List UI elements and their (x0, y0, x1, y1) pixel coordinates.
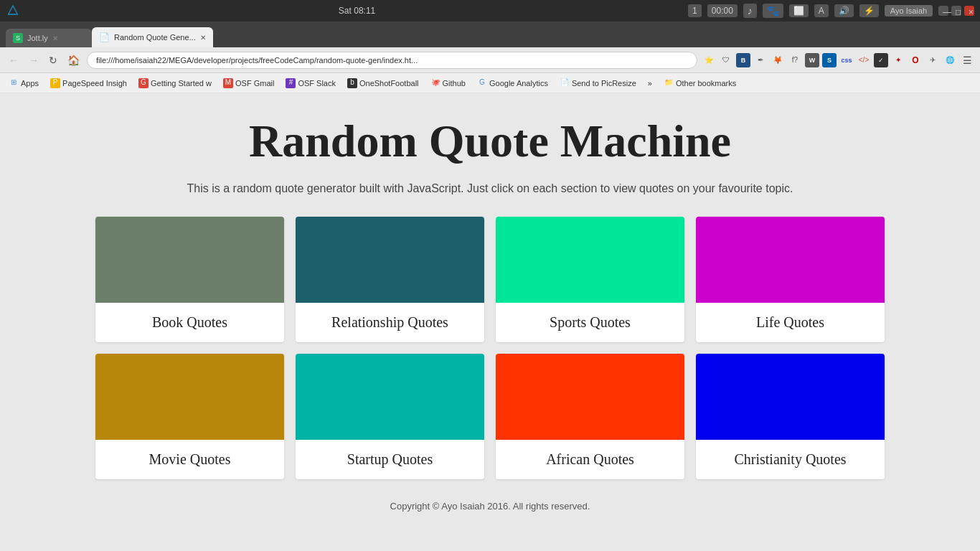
firefox-icon[interactable]: 🦊 (771, 53, 785, 67)
arch-logo-icon (6, 4, 20, 18)
card-startup-quotes-label: Startup Quotes (296, 440, 484, 479)
cards-grid: Book Quotes Relationship Quotes Sports Q… (95, 217, 885, 479)
bookmark-analytics[interactable]: G Google Analytics (474, 77, 551, 90)
quill-icon[interactable]: ✒ (753, 53, 768, 67)
bookmark-analytics-label: Google Analytics (489, 79, 548, 88)
url-bar[interactable]: file:///home/isaiah22/MEGA/developer/pro… (87, 52, 697, 69)
card-movie-quotes-label: Movie Quotes (95, 440, 284, 479)
tab-bar: S Jott.ly ✕ 📄 Random Quote Gene... ✕ (0, 22, 980, 47)
bookmark-icon[interactable]: ⭐ (702, 53, 716, 67)
new-tab-area (216, 30, 974, 44)
card-african-quotes[interactable]: African Quotes (496, 354, 684, 479)
forward-button[interactable]: → (26, 53, 42, 67)
card-relationship-quotes-label: Relationship Quotes (296, 303, 484, 342)
bookmark-apps-label: Apps (21, 79, 39, 88)
getting-started-icon: G (138, 78, 149, 88)
tab-jottly-close[interactable]: ✕ (52, 34, 58, 42)
s-icon[interactable]: S (822, 53, 837, 67)
card-startup-quotes[interactable]: Startup Quotes (296, 354, 484, 479)
bookmark-slack[interactable]: # OSF Slack (283, 77, 339, 90)
bookmark-more[interactable]: » (645, 77, 655, 89)
page-title: Random Quote Machine (29, 115, 951, 168)
plane-icon[interactable]: ✈ (925, 53, 940, 67)
picresize-icon: 📄 (560, 78, 570, 88)
bookmark-github-label: Github (443, 79, 466, 88)
card-christianity-quotes-color (696, 354, 885, 440)
bookmark-oneshotfootball[interactable]: b OneShotFootball (344, 77, 422, 90)
menu-icon[interactable]: ☰ (960, 53, 974, 67)
bitbucket-icon[interactable]: B (736, 53, 750, 67)
analytics-icon: G (477, 78, 487, 88)
window-controls[interactable]: — □ × (938, 6, 974, 16)
bookmarks-bar: ⊞ Apps P PageSpeed Insigh G Getting Star… (0, 73, 980, 93)
user-label: Ayo Isaiah (885, 5, 933, 17)
bookmark-slack-label: OSF Slack (298, 79, 336, 88)
card-relationship-quotes-color (296, 217, 484, 303)
bookmark-oneshotfootball-label: OneShotFootball (359, 79, 419, 88)
page-subtitle: This is a random quote generator built w… (29, 182, 951, 195)
back-button[interactable]: ← (6, 53, 22, 67)
card-movie-quotes[interactable]: Movie Quotes (95, 354, 284, 479)
card-book-quotes[interactable]: Book Quotes (95, 217, 284, 342)
card-life-quotes-label: Life Quotes (696, 303, 885, 342)
bookmark-other-label: Other bookmarks (676, 79, 736, 88)
page-content: Random Quote Machine This is a random qu… (0, 93, 980, 551)
card-african-quotes-color (496, 354, 684, 440)
gmail-icon: M (223, 78, 233, 88)
bookmark-picresize[interactable]: 📄 Send to PicResize (557, 77, 639, 90)
refresh-button[interactable]: ↻ (46, 53, 60, 67)
feather-icon[interactable]: ✦ (891, 53, 905, 67)
window-icon: ⬜ (789, 4, 809, 17)
power-icon: ⚡ (859, 4, 879, 17)
check-icon[interactable]: ✓ (874, 53, 888, 67)
card-book-quotes-label: Book Quotes (95, 303, 284, 342)
card-life-quotes[interactable]: Life Quotes (696, 217, 885, 342)
slack-icon: # (286, 78, 296, 88)
globe-icon[interactable]: 🌐 (943, 53, 957, 67)
title-bar-left (6, 4, 26, 18)
html-icon[interactable]: </> (857, 53, 871, 67)
title-bar-time: Sat 08:11 (339, 6, 375, 16)
maximize-button[interactable]: □ (951, 6, 961, 16)
card-sports-quotes[interactable]: Sports Quotes (496, 217, 684, 342)
tab-rqg-label: Random Quote Gene... (114, 33, 196, 42)
tab-rqg-favicon: 📄 (99, 32, 110, 42)
bookmark-getting-started-label: Getting Started w (151, 79, 212, 88)
bookmark-gmail-label: OSF Gmail (235, 79, 274, 88)
bookmark-more-label: » (648, 79, 652, 88)
tab-rqg-close[interactable]: ✕ (200, 34, 206, 42)
apps-icon: ⊞ (9, 78, 19, 88)
bookmark-other[interactable]: 📁 Other bookmarks (661, 77, 739, 90)
card-life-quotes-color (696, 217, 885, 303)
card-christianity-quotes-label: Christianity Quotes (696, 440, 885, 479)
card-christianity-quotes[interactable]: Christianity Quotes (696, 354, 885, 479)
clock: 00:00 (707, 4, 738, 17)
title-bar: Sat 08:11 1 00:00 ♪ 🐾 ⬜ A 🔊 ⚡ Ayo Isaiah… (0, 0, 980, 22)
bookmark-apps[interactable]: ⊞ Apps (6, 77, 42, 90)
bookmark-getting-started[interactable]: G Getting Started w (136, 77, 215, 90)
home-button[interactable]: 🏠 (65, 53, 83, 67)
bookmark-github[interactable]: 🐙 Github (428, 77, 468, 90)
shield-icon[interactable]: 🛡 (719, 53, 733, 67)
workspace-indicator: 1 (688, 4, 702, 17)
bookmark-gmail[interactable]: M OSF Gmail (220, 77, 277, 90)
card-sports-quotes-color (496, 217, 684, 303)
minimize-button[interactable]: — (938, 6, 948, 16)
card-relationship-quotes[interactable]: Relationship Quotes (296, 217, 484, 342)
tab-jottly-favicon: S (13, 33, 23, 43)
card-book-quotes-color (95, 217, 284, 303)
volume-icon: 🔊 (834, 4, 854, 17)
font-dash-icon[interactable]: f? (788, 53, 802, 67)
folder-icon: 📁 (664, 78, 674, 88)
tab-jottly[interactable]: S Jott.ly ✕ (6, 29, 92, 47)
card-sports-quotes-label: Sports Quotes (496, 303, 684, 342)
bookmark-pagespeed[interactable]: P PageSpeed Insigh (47, 77, 130, 90)
pagespeed-icon: P (50, 78, 60, 88)
css-icon[interactable]: css (839, 53, 854, 67)
toolbar-icons: ⭐ 🛡 B ✒ 🦊 f? W S css </> ✓ ✦ O ✈ 🌐 ☰ (702, 53, 974, 67)
w-icon[interactable]: W (805, 53, 819, 67)
opera-icon[interactable]: O (908, 53, 923, 67)
tab-rqg[interactable]: 📄 Random Quote Gene... ✕ (92, 27, 213, 47)
close-button[interactable]: × (964, 6, 974, 16)
github-icon: 🐙 (430, 78, 440, 88)
